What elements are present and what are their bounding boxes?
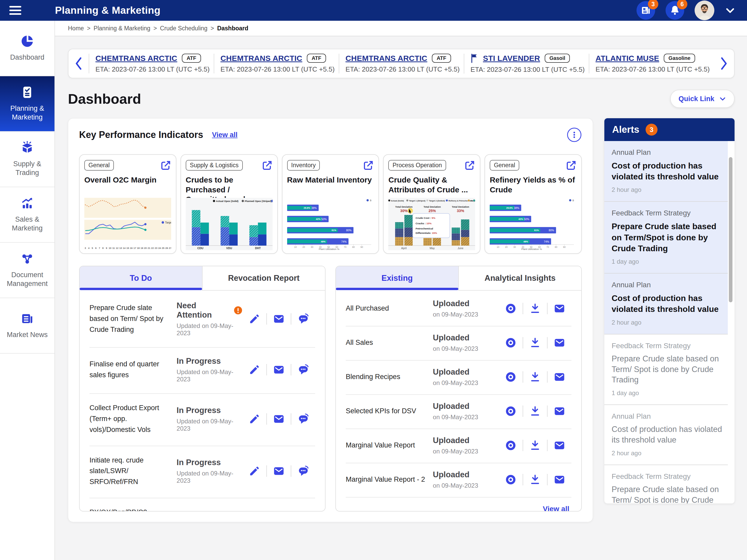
alert-item[interactable]: Annual Plan Cost of production has viola… — [604, 273, 728, 334]
svg-text:9: 9 — [106, 246, 107, 249]
alert-item[interactable]: Feedback Term Strategy Prepare Crude sla… — [604, 202, 728, 273]
download-icon — [530, 303, 541, 314]
svg-text:CDU: CDU — [197, 246, 204, 250]
mail-button[interactable] — [547, 474, 571, 485]
mail-button[interactable] — [266, 465, 291, 477]
mail-button[interactable] — [266, 413, 291, 425]
sidebar: Dashboard Planning & Marketing Supply & … — [0, 21, 55, 560]
sidebar-item-dashboard[interactable]: Dashboard — [0, 21, 54, 76]
view-button[interactable] — [499, 337, 523, 348]
external-link-icon[interactable] — [464, 160, 475, 171]
sidebar-item-sales-marketing[interactable]: Sales & Marketing — [0, 187, 54, 243]
chat-button[interactable] — [291, 313, 315, 325]
edit-button[interactable] — [242, 313, 266, 325]
news-button[interactable]: 3 — [637, 1, 655, 20]
sidebar-item-document-management[interactable]: Document Management — [0, 243, 54, 298]
edit-button[interactable] — [242, 364, 266, 375]
alert-item[interactable]: Feedback Term Strategy Prepare Crude sla… — [604, 335, 728, 405]
svg-text:18: 18 — [137, 246, 139, 249]
edit-button[interactable] — [242, 465, 266, 477]
alerts-scrollbar[interactable] — [729, 157, 732, 302]
breadcrumb: Home > Planning & Marketing > Crude Sche… — [55, 21, 747, 36]
svg-text:80%: 80% — [346, 229, 352, 232]
breadcrumb-separator: > — [153, 25, 157, 32]
hamburger-menu-icon[interactable] — [9, 6, 21, 15]
kpi-menu-button[interactable] — [567, 127, 582, 142]
external-link-icon[interactable] — [363, 160, 374, 171]
mail-button[interactable] — [547, 405, 571, 417]
svg-text:90: 90 — [360, 246, 363, 248]
page-title: Dashboard — [68, 91, 141, 107]
mail-button[interactable] — [266, 313, 291, 325]
todo-row: Collect Product Export (Term+ opp. vols)… — [89, 394, 315, 446]
download-button[interactable] — [523, 303, 547, 314]
kpi-header: Key Performance Indicators View all — [79, 127, 582, 142]
panels-row: To Do Revocation Report Prepare Crude sl… — [79, 266, 582, 511]
envelope-icon — [554, 303, 565, 314]
view-button[interactable] — [499, 371, 523, 383]
view-button[interactable] — [499, 303, 523, 314]
chat-button[interactable] — [291, 413, 315, 425]
mail-button[interactable] — [266, 364, 291, 375]
alert-item[interactable]: Annual Plan Cost of production has viola… — [604, 141, 728, 202]
vessel-eta: ETA: 2023-07-26 13:00 LT (UTC +5.5) — [221, 65, 333, 73]
sidebar-item-market-news[interactable]: Market News — [0, 298, 54, 354]
existing-item-status: Uploaded — [433, 299, 469, 308]
svg-text:Total Deviation: Total Deviation — [423, 205, 441, 208]
kpi-view-all-link[interactable]: View all — [212, 131, 238, 139]
external-link-icon[interactable] — [262, 160, 273, 171]
external-link-icon[interactable] — [160, 160, 171, 171]
alert-time: 2 hour ago — [612, 186, 727, 193]
external-link-icon[interactable] — [566, 160, 576, 171]
view-button[interactable] — [499, 474, 523, 485]
alert-item[interactable]: Feedback Term Strategy Prepare Crude sla… — [604, 465, 728, 504]
breadcrumb-home[interactable]: Home — [68, 25, 84, 32]
download-button[interactable] — [523, 474, 547, 485]
download-button[interactable] — [523, 440, 547, 451]
download-button[interactable] — [523, 371, 547, 383]
download-button[interactable] — [523, 337, 547, 348]
envelope-icon — [273, 364, 285, 375]
tab-revocation-report[interactable]: Revocation Report — [202, 266, 325, 291]
quick-link-button[interactable]: Quick Link — [670, 90, 735, 108]
existing-view-all-link[interactable]: View all — [543, 505, 569, 511]
tab-analytical-insights[interactable]: Analytical Insights — [458, 266, 581, 291]
notifications-button[interactable]: 6 — [666, 1, 684, 20]
avatar[interactable] — [695, 1, 714, 20]
alert-item[interactable]: Annual Plan Cost of production has viola… — [604, 405, 728, 465]
mail-button[interactable] — [547, 371, 571, 383]
ticker-vessel: STI LAVENDERGasoil ETA: 2023-07-26 13:00… — [464, 54, 589, 74]
edit-button[interactable] — [242, 413, 266, 425]
view-button[interactable] — [499, 440, 523, 451]
tab-to-do[interactable]: To Do — [80, 266, 202, 290]
mail-button[interactable] — [547, 337, 571, 348]
svg-text:S: S — [369, 199, 371, 202]
vessel-name-link[interactable]: CHEMTRANS ARCTIC — [345, 54, 427, 63]
sidebar-item-supply-trading[interactable]: Supply & Trading — [0, 132, 54, 187]
vessel-name-link[interactable]: STI LAVENDER — [483, 54, 540, 63]
envelope-icon — [554, 405, 565, 417]
alert-category: Feedback Term Strategy — [612, 342, 727, 350]
sidebar-item-planning-marketing[interactable]: Planning & Marketing — [0, 76, 54, 132]
svg-text:24: 24 — [158, 246, 161, 249]
vessel-name-link[interactable]: ATLANTIC MUSE — [595, 54, 659, 63]
ticker-prev-button[interactable] — [69, 56, 89, 71]
mail-button[interactable] — [547, 440, 571, 451]
existing-row: Selected KPIs for DSV Uploaded on 09-May… — [346, 395, 571, 429]
ticker-next-button[interactable] — [714, 56, 734, 71]
vessel-name-link[interactable]: CHEMTRANS ARCTIC — [96, 54, 177, 63]
mail-button[interactable] — [547, 303, 571, 314]
chat-button[interactable] — [291, 465, 315, 477]
chevron-down-icon[interactable] — [725, 5, 736, 16]
view-button[interactable] — [499, 405, 523, 417]
download-button[interactable] — [523, 405, 547, 417]
breadcrumb-planning-marketing[interactable]: Planning & Marketing — [94, 25, 150, 32]
existing-item-status: Uploaded — [433, 333, 469, 343]
breadcrumb-crude-scheduling[interactable]: Crude Scheduling — [160, 25, 207, 32]
alert-time: 1 day ago — [612, 390, 727, 397]
vessel-name-link[interactable]: CHEMTRANS ARCTIC — [221, 54, 302, 63]
chat-button[interactable] — [291, 364, 315, 375]
svg-text:50%: 50% — [524, 218, 530, 221]
vessel-eta: ETA: 2023-07-26 13:00 LT (UTC +5.5) — [595, 65, 707, 73]
tab-existing[interactable]: Existing — [336, 266, 458, 290]
